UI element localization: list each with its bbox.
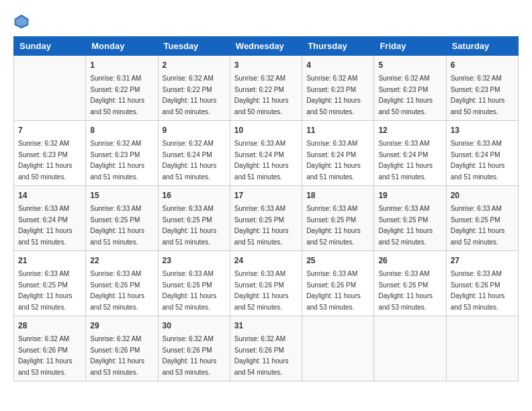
day-detail: Sunrise: 6:33 AMSunset: 6:26 PMDaylight:…: [163, 270, 217, 311]
header-saturday: Saturday: [446, 37, 518, 56]
day-detail: Sunrise: 6:32 AMSunset: 6:23 PMDaylight:…: [90, 140, 144, 181]
calendar-cell: 10Sunrise: 6:33 AMSunset: 6:24 PMDayligh…: [230, 121, 302, 186]
day-number: 6: [451, 59, 514, 71]
calendar-cell: [302, 316, 374, 381]
day-detail: Sunrise: 6:33 AMSunset: 6:25 PMDaylight:…: [306, 205, 361, 246]
logo-icon: [13, 13, 30, 30]
day-detail: Sunrise: 6:32 AMSunset: 6:26 PMDaylight:…: [163, 335, 217, 376]
day-detail: Sunrise: 6:33 AMSunset: 6:24 PMDaylight:…: [306, 140, 361, 181]
day-number: 3: [234, 59, 298, 71]
calendar-week-row: 14Sunrise: 6:33 AMSunset: 6:24 PMDayligh…: [14, 186, 519, 251]
day-detail: Sunrise: 6:33 AMSunset: 6:26 PMDaylight:…: [306, 270, 361, 311]
day-detail: Sunrise: 6:31 AMSunset: 6:22 PMDaylight:…: [90, 75, 144, 116]
day-detail: Sunrise: 6:33 AMSunset: 6:26 PMDaylight:…: [90, 270, 144, 311]
calendar-cell: [446, 316, 518, 381]
calendar-cell: 25Sunrise: 6:33 AMSunset: 6:26 PMDayligh…: [302, 251, 374, 316]
day-detail: Sunrise: 6:32 AMSunset: 6:26 PMDaylight:…: [90, 335, 144, 376]
calendar-cell: 16Sunrise: 6:33 AMSunset: 6:25 PMDayligh…: [158, 186, 230, 251]
day-detail: Sunrise: 6:33 AMSunset: 6:26 PMDaylight:…: [451, 270, 505, 311]
day-number: 7: [18, 124, 81, 136]
day-number: 5: [378, 59, 441, 71]
day-number: 25: [306, 255, 369, 267]
calendar-cell: 5Sunrise: 6:32 AMSunset: 6:23 PMDaylight…: [374, 56, 446, 121]
calendar-cell: 11Sunrise: 6:33 AMSunset: 6:24 PMDayligh…: [302, 121, 374, 186]
header-friday: Friday: [374, 37, 446, 56]
calendar-cell: 23Sunrise: 6:33 AMSunset: 6:26 PMDayligh…: [158, 251, 230, 316]
calendar-cell: 20Sunrise: 6:33 AMSunset: 6:25 PMDayligh…: [446, 186, 518, 251]
weekday-header-row: Sunday Monday Tuesday Wednesday Thursday…: [14, 37, 519, 56]
day-number: 15: [90, 189, 153, 201]
day-number: 20: [451, 189, 514, 201]
day-number: 22: [90, 255, 153, 267]
day-detail: Sunrise: 6:32 AMSunset: 6:23 PMDaylight:…: [306, 75, 361, 116]
day-detail: Sunrise: 6:33 AMSunset: 6:25 PMDaylight:…: [163, 205, 217, 246]
calendar-cell: 22Sunrise: 6:33 AMSunset: 6:26 PMDayligh…: [86, 251, 158, 316]
calendar-cell: 8Sunrise: 6:32 AMSunset: 6:23 PMDaylight…: [86, 121, 158, 186]
calendar-cell: 14Sunrise: 6:33 AMSunset: 6:24 PMDayligh…: [14, 186, 86, 251]
header-wednesday: Wednesday: [230, 37, 302, 56]
calendar-week-row: 1Sunrise: 6:31 AMSunset: 6:22 PMDaylight…: [14, 56, 519, 121]
calendar-cell: 18Sunrise: 6:33 AMSunset: 6:25 PMDayligh…: [302, 186, 374, 251]
page-header: [13, 13, 519, 30]
day-number: 21: [18, 255, 81, 267]
calendar-cell: 1Sunrise: 6:31 AMSunset: 6:22 PMDaylight…: [86, 56, 158, 121]
day-number: 9: [163, 124, 226, 136]
day-detail: Sunrise: 6:33 AMSunset: 6:24 PMDaylight:…: [18, 205, 73, 246]
calendar-cell: 15Sunrise: 6:33 AMSunset: 6:25 PMDayligh…: [86, 186, 158, 251]
day-number: 13: [451, 124, 514, 136]
header-tuesday: Tuesday: [158, 37, 230, 56]
calendar-cell: 24Sunrise: 6:33 AMSunset: 6:26 PMDayligh…: [230, 251, 302, 316]
day-detail: Sunrise: 6:33 AMSunset: 6:25 PMDaylight:…: [18, 270, 73, 311]
day-detail: Sunrise: 6:32 AMSunset: 6:22 PMDaylight:…: [163, 75, 217, 116]
day-detail: Sunrise: 6:33 AMSunset: 6:26 PMDaylight:…: [378, 270, 433, 311]
day-detail: Sunrise: 6:32 AMSunset: 6:24 PMDaylight:…: [163, 140, 217, 181]
day-number: 29: [90, 320, 153, 332]
calendar-body: 1Sunrise: 6:31 AMSunset: 6:22 PMDaylight…: [14, 56, 519, 381]
calendar-cell: 3Sunrise: 6:32 AMSunset: 6:22 PMDaylight…: [230, 56, 302, 121]
calendar-cell: 7Sunrise: 6:32 AMSunset: 6:23 PMDaylight…: [14, 121, 86, 186]
calendar-week-row: 7Sunrise: 6:32 AMSunset: 6:23 PMDaylight…: [14, 121, 519, 186]
day-number: 18: [306, 189, 369, 201]
day-number: 10: [234, 124, 298, 136]
day-detail: Sunrise: 6:32 AMSunset: 6:23 PMDaylight:…: [378, 75, 433, 116]
calendar-cell: [374, 316, 446, 381]
day-detail: Sunrise: 6:33 AMSunset: 6:26 PMDaylight:…: [234, 270, 289, 311]
calendar-cell: 4Sunrise: 6:32 AMSunset: 6:23 PMDaylight…: [302, 56, 374, 121]
calendar-cell: 21Sunrise: 6:33 AMSunset: 6:25 PMDayligh…: [14, 251, 86, 316]
header-sunday: Sunday: [14, 37, 86, 56]
day-detail: Sunrise: 6:33 AMSunset: 6:25 PMDaylight:…: [234, 205, 289, 246]
day-number: 11: [306, 124, 369, 136]
day-number: 30: [163, 320, 226, 332]
day-number: 16: [163, 189, 226, 201]
calendar-cell: 13Sunrise: 6:33 AMSunset: 6:24 PMDayligh…: [446, 121, 518, 186]
calendar-cell: 27Sunrise: 6:33 AMSunset: 6:26 PMDayligh…: [446, 251, 518, 316]
calendar-cell: 12Sunrise: 6:33 AMSunset: 6:24 PMDayligh…: [374, 121, 446, 186]
day-detail: Sunrise: 6:33 AMSunset: 6:24 PMDaylight:…: [451, 140, 505, 181]
day-detail: Sunrise: 6:32 AMSunset: 6:23 PMDaylight:…: [451, 75, 505, 116]
day-number: 19: [378, 189, 441, 201]
day-number: 27: [451, 255, 514, 267]
header-thursday: Thursday: [302, 37, 374, 56]
day-detail: Sunrise: 6:33 AMSunset: 6:25 PMDaylight:…: [378, 205, 433, 246]
day-detail: Sunrise: 6:33 AMSunset: 6:25 PMDaylight:…: [90, 205, 144, 246]
day-detail: Sunrise: 6:32 AMSunset: 6:22 PMDaylight:…: [234, 75, 289, 116]
day-detail: Sunrise: 6:32 AMSunset: 6:26 PMDaylight:…: [18, 335, 73, 376]
day-detail: Sunrise: 6:33 AMSunset: 6:24 PMDaylight:…: [234, 140, 289, 181]
calendar-cell: 6Sunrise: 6:32 AMSunset: 6:23 PMDaylight…: [446, 56, 518, 121]
day-number: 14: [18, 189, 81, 201]
calendar-cell: 2Sunrise: 6:32 AMSunset: 6:22 PMDaylight…: [158, 56, 230, 121]
calendar-week-row: 28Sunrise: 6:32 AMSunset: 6:26 PMDayligh…: [14, 316, 519, 381]
day-detail: Sunrise: 6:32 AMSunset: 6:23 PMDaylight:…: [18, 140, 73, 181]
day-number: 2: [163, 59, 226, 71]
day-number: 12: [378, 124, 441, 136]
day-number: 24: [234, 255, 298, 267]
day-number: 17: [234, 189, 298, 201]
header-monday: Monday: [86, 37, 158, 56]
calendar-cell: 26Sunrise: 6:33 AMSunset: 6:26 PMDayligh…: [374, 251, 446, 316]
calendar-cell: 17Sunrise: 6:33 AMSunset: 6:25 PMDayligh…: [230, 186, 302, 251]
calendar-table: Sunday Monday Tuesday Wednesday Thursday…: [13, 36, 519, 381]
day-detail: Sunrise: 6:33 AMSunset: 6:24 PMDaylight:…: [378, 140, 433, 181]
day-number: 31: [234, 320, 298, 332]
day-number: 1: [90, 59, 153, 71]
day-number: 4: [306, 59, 369, 71]
